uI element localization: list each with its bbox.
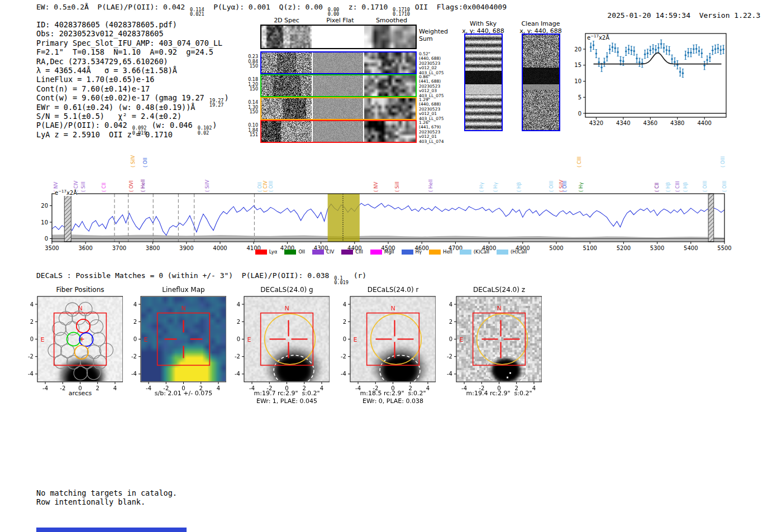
emission-line-label-OIII: ( OIII — [549, 181, 554, 192]
info-line-3: F=2.1" T=0.158 N=1.10 A=0.92 g=24.5 — [36, 47, 229, 56]
tick-label: -2 — [479, 385, 484, 391]
tick-label: 0 — [578, 111, 581, 117]
clean-image-image — [523, 35, 559, 130]
tick-label: -4 — [42, 385, 48, 391]
tick-label: -4 — [249, 385, 255, 391]
decals-z-overlay: NE-4-4-2-2002244 — [436, 286, 542, 404]
twod-cell-flat — [313, 98, 363, 119]
emission-line-label-SiIV: ( SiIV — [204, 180, 210, 192]
legend-item-Lyα: Lyα — [255, 249, 278, 255]
smoothed-title: Smoothed — [358, 17, 425, 24]
tick-label: 3600 — [78, 245, 92, 251]
fiber-positions-panel: Fiber PositionsarcsecsNE-4-4-2-2002244 — [17, 286, 123, 404]
tick-label: 0 — [237, 336, 240, 342]
tick-label: 4000 — [213, 245, 227, 251]
info-line-8: Cont(w) = 9.60(±0.02)e-17 (gmag 19.27 19… — [36, 93, 229, 102]
twod-cell-spec — [261, 26, 312, 48]
legend-swatch — [312, 250, 324, 255]
tick-label: N — [181, 305, 185, 312]
emission-line-label-CIII: ( CIII — [675, 181, 680, 192]
emission-line-label-OVI: ( OVI — [128, 180, 134, 192]
decals-g-panel: DECaLS(24.0) gm:19.7 rc:2.9" s:0.2"EWr: … — [223, 286, 330, 404]
twod-row-left-labels: 0.230.84150 — [235, 55, 258, 69]
twod-row — [260, 25, 417, 49]
elixer-report-page: EW: 0.5±0.2Å P(LAE)/P(OII): 0.042 0.1140… — [0, 0, 782, 532]
twod-cell-flat — [313, 26, 363, 48]
twod-cell-spec — [261, 52, 312, 73]
emission-line-label-NV: ( NV — [373, 182, 379, 192]
tick-label: 5100 — [583, 245, 597, 251]
clean-image-image-box — [522, 33, 560, 131]
legend-swatch — [255, 250, 267, 255]
twod-row — [260, 97, 417, 120]
stacked-limits: 0.17100.1710 — [393, 8, 410, 16]
tick-label: -4 — [28, 371, 34, 377]
header-summary-line: EW: 0.5±0.2Å P(LAE)/P(OII): 0.042 0.1140… — [36, 3, 507, 16]
tick-label: 0 — [133, 336, 137, 342]
tick-label: -2 — [163, 385, 169, 391]
twod-row-right-labels: 1.29"(440, 688)20230523v012_01403_LL_075 — [419, 98, 458, 121]
tick-label: 2 — [449, 319, 452, 325]
legend-swatch — [370, 250, 382, 255]
tick-label: 4 — [426, 385, 430, 391]
tick-label: 4 — [133, 301, 137, 308]
twod-row-left-labels: 0.181.20150 — [235, 78, 258, 92]
info-line-0: ID: 4028378605 (4028378605.pdf) — [36, 20, 229, 29]
legend-item-HeII: HeII — [429, 249, 452, 255]
emission-line-label-CII: ( CII — [101, 183, 107, 192]
tick-label: E — [354, 336, 357, 343]
legend-swatch — [284, 250, 296, 255]
line-fit-svg: 4320434043604380440005101520 — [569, 29, 732, 128]
legend-item-CIII: CIII — [341, 249, 363, 255]
emission-line-label-SiII: ( SiII — [394, 181, 400, 192]
twod-cell-flat — [313, 75, 363, 96]
info-line-5: λ = 4365.44Å σ = 3.66(±1.58)Å — [36, 66, 229, 75]
twod-row — [260, 51, 417, 74]
emission-line-legend: LyαOIICIVCIIIMgIIHγHeII(K)CaII(H)CaII — [235, 249, 547, 255]
fiber-positions-overlay: NE-4-4-2-2002244 — [17, 286, 123, 404]
emission-line-label-OIII: ( OIII — [722, 181, 727, 192]
tick-label: -2 — [373, 385, 378, 391]
legend-item-CIV: CIV — [312, 249, 334, 255]
with-sky-title: With Sky — [450, 20, 517, 27]
twod-cell-flat — [313, 52, 363, 73]
lineflux-map-panel: Lineflux Maps/b: 2.01 +/- 0.075NE-4-4-2-… — [120, 286, 226, 404]
detection-info-block: ID: 4028378605 (4028378605.pdf)Obs: 2023… — [36, 20, 229, 139]
info-line-4: RA,Dec (273.534729,65.610260) — [36, 57, 229, 66]
tick-label: E — [41, 336, 45, 343]
tick-label: -2 — [266, 385, 272, 391]
tick-label: 10 — [41, 219, 48, 226]
tick-label: 4340 — [616, 120, 630, 126]
footer-line-1: No matching targets in catalog. — [36, 488, 177, 497]
tick-label: 0 — [285, 385, 288, 391]
header-right: 2025-01-20 14:59:34 Version 1.22.3 — [590, 3, 752, 28]
flux-units-annotation-main: e−17x2Å — [55, 189, 77, 196]
tick-label: -2 — [28, 353, 34, 360]
tick-label: 2 — [515, 385, 518, 391]
tick-label: -2 — [341, 353, 346, 360]
twod-row-left-labels: 0.101.84151 — [235, 123, 258, 138]
line-fit-plot: 4320434043604380440005101520 — [569, 29, 732, 131]
with-sky-image — [465, 35, 502, 130]
emission-line-label-HeII: ( HeII — [140, 179, 146, 192]
tick-label: 3500 — [45, 245, 59, 251]
tick-label: 5300 — [650, 245, 664, 251]
tick-label: 4 — [320, 385, 323, 391]
twod-row-left-labels: 0.141.30150 — [235, 100, 258, 115]
info-line-11: P(LAE)/P(OII): 0.042 0.0920.019 (w: 0.04… — [36, 121, 229, 130]
emission-line-label-HeII: ( HeII — [428, 179, 433, 192]
legend-item-Hγ: Hγ — [402, 249, 422, 255]
tick-label: 0 — [449, 336, 452, 342]
twod-row — [260, 120, 417, 143]
twod-cell-smoothed — [364, 121, 416, 142]
tick-label: 3900 — [179, 245, 193, 251]
decals-g-overlay: NE-4-4-2-2002244 — [223, 286, 330, 404]
legend-item-(K)CaII: (K)CaII — [460, 249, 489, 255]
tick-label: 4 — [532, 385, 536, 391]
info-line-2: Primary Spec_Slot_IFU_AMP: 403_074_070_L… — [36, 39, 229, 47]
twod-cell-smoothed — [364, 98, 416, 119]
weighted-sum-label: WeightedSum — [419, 28, 448, 42]
tick-label: 0 — [30, 336, 34, 342]
tick-label: -4 — [146, 385, 151, 391]
tick-label: 2 — [96, 385, 99, 391]
